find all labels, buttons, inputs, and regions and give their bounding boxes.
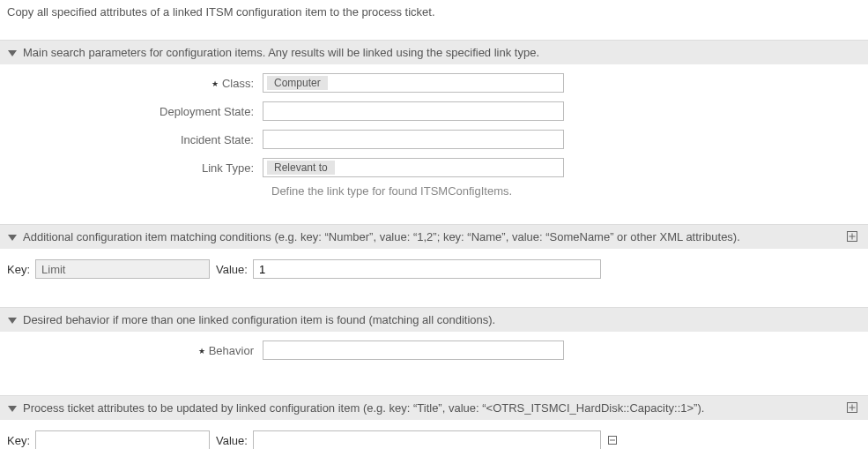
caret-down-icon — [7, 232, 18, 243]
section-header-search[interactable]: Main search parameters for configuration… — [0, 40, 868, 64]
section-body-process: Key: Value: — [0, 420, 868, 449]
incident-state-select[interactable] — [263, 130, 564, 149]
label-incident-state: Incident State: — [7, 133, 263, 146]
section-header-process[interactable]: Process ticket attributes to be updated … — [0, 395, 868, 420]
label-link-type: Link Type: — [7, 161, 263, 175]
caret-down-icon — [7, 48, 18, 58]
remove-icon[interactable] — [606, 434, 619, 446]
key-input[interactable] — [35, 430, 210, 449]
add-icon[interactable] — [847, 402, 859, 415]
section-title-process: Process ticket attributes to be updated … — [23, 401, 704, 415]
section-body-search: Class: Computer Deployment State: Incide… — [0, 64, 868, 208]
section-title-search: Main search parameters for configuration… — [23, 46, 539, 59]
label-class: Class: — [7, 77, 263, 90]
label-deployment-state: Deployment State: — [7, 105, 263, 118]
page-description: Copy all specified attributes of a linke… — [0, 0, 868, 24]
value-input[interactable] — [253, 259, 601, 279]
deployment-state-select[interactable] — [263, 101, 564, 121]
chip-link-type: Relevant to — [267, 161, 335, 175]
key-label: Key: — [7, 434, 30, 447]
kv-row-additional: Key: Value: — [7, 258, 861, 281]
key-label: Key: — [7, 263, 30, 276]
section-title-behavior: Desired behavior if more than one linked… — [23, 313, 495, 326]
class-select[interactable]: Computer — [263, 73, 564, 93]
value-input[interactable] — [253, 430, 601, 449]
section-title-additional: Additional configuration item matching c… — [23, 230, 740, 243]
value-label: Value: — [216, 263, 248, 276]
value-label: Value: — [216, 434, 248, 447]
section-header-additional[interactable]: Additional configuration item matching c… — [0, 224, 868, 249]
behavior-select[interactable] — [263, 340, 564, 360]
chip-class: Computer — [267, 76, 328, 90]
kv-row-process: Key: Value: — [7, 429, 861, 449]
link-type-select[interactable]: Relevant to — [263, 158, 564, 177]
link-type-help: Define the link type for found ITSMConfi… — [271, 184, 861, 198]
add-icon[interactable] — [847, 231, 859, 243]
key-input[interactable] — [35, 259, 210, 279]
caret-down-icon — [7, 403, 18, 414]
section-body-additional: Key: Value: — [0, 249, 868, 291]
section-body-behavior: Behavior — [0, 332, 868, 379]
section-header-behavior[interactable]: Desired behavior if more than one linked… — [0, 307, 868, 332]
caret-down-icon — [7, 315, 18, 326]
label-behavior: Behavior — [7, 344, 263, 357]
